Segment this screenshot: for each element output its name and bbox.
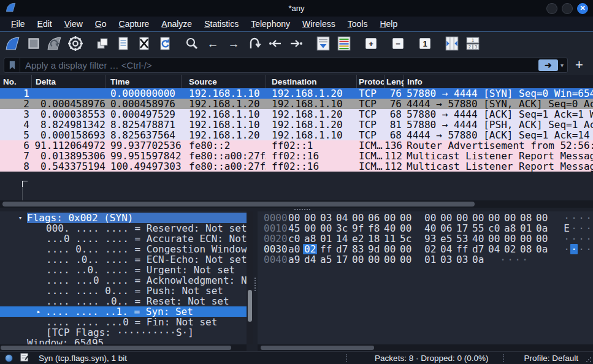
menu-view[interactable]: View bbox=[58, 17, 89, 31]
filter-bookmark-icon[interactable] bbox=[4, 58, 20, 72]
go-to-packet-icon[interactable] bbox=[245, 34, 264, 53]
packet-row[interactable]: 20.0004589760.000458976192.168.1.20192.1… bbox=[0, 99, 593, 109]
hex-byte[interactable]: 00 bbox=[304, 213, 320, 223]
scrollbar-thumb[interactable] bbox=[261, 346, 374, 350]
bytes-hscrollbar[interactable] bbox=[258, 344, 593, 351]
go-back-icon[interactable]: ← bbox=[204, 34, 222, 53]
detail-row[interactable]: 000. .... .... = Reserved: Not set bbox=[0, 223, 247, 233]
hex-byte[interactable]: 00 bbox=[520, 233, 536, 244]
column-header-proto[interactable]: Protocol bbox=[357, 75, 384, 88]
resize-grip-icon[interactable] bbox=[586, 357, 592, 363]
ascii-char[interactable]: E bbox=[563, 223, 570, 233]
hex-byte[interactable]: 08 bbox=[520, 213, 536, 223]
expert-info-icon[interactable] bbox=[5, 354, 13, 362]
chevron-right-icon[interactable]: ▸ bbox=[32, 306, 45, 317]
layout-icon[interactable]: 123 bbox=[464, 34, 482, 53]
hex-byte[interactable]: 00 bbox=[288, 213, 304, 223]
hex-byte[interactable]: c0 bbox=[488, 223, 504, 233]
detail-hscrollbar[interactable] bbox=[0, 344, 247, 351]
hex-byte[interactable]: 00 bbox=[384, 244, 400, 254]
zoom-original-icon[interactable]: 1 bbox=[416, 34, 434, 53]
ascii-char[interactable]: · bbox=[585, 233, 592, 244]
hex-byte[interactable]: 02 bbox=[424, 244, 440, 254]
filter-dropdown-caret[interactable]: ▾ bbox=[560, 62, 564, 69]
hex-byte[interactable]: 11 bbox=[384, 233, 400, 244]
hex-byte[interactable]: 00 bbox=[400, 244, 416, 254]
hex-byte[interactable]: 00 bbox=[368, 254, 384, 265]
hex-byte[interactable]: 45 bbox=[288, 223, 304, 233]
hex-row[interactable]: 0020c0a80114e218115c93e5534000000000···· bbox=[258, 233, 593, 244]
packet-row[interactable]: 30.0000385530.000497529192.168.1.10192.1… bbox=[0, 109, 593, 119]
go-last-packet-icon[interactable] bbox=[287, 34, 305, 53]
hex-byte[interactable]: 18 bbox=[368, 233, 384, 244]
packet-row[interactable]: 80.543375194100.494973036fe80::a00:27f…f… bbox=[0, 161, 593, 172]
menu-go[interactable]: Go bbox=[89, 17, 113, 31]
ascii-char[interactable]: · bbox=[570, 213, 578, 223]
column-header-source[interactable]: Source bbox=[182, 75, 266, 88]
hex-byte[interactable]: a5 bbox=[320, 254, 336, 265]
go-forward-icon[interactable]: → bbox=[224, 34, 243, 53]
column-header-len[interactable]: Length bbox=[384, 75, 404, 88]
detail-row[interactable]: ...0 .... .... = Accurate ECN: Not set bbox=[0, 233, 247, 244]
detail-row[interactable]: .... ..0. .... = Urgent: Not set bbox=[0, 265, 247, 275]
hex-byte[interactable]: 06 bbox=[368, 213, 384, 223]
hex-byte[interactable]: 00 bbox=[488, 233, 504, 244]
hex-byte[interactable]: c0 bbox=[288, 233, 304, 244]
ascii-char[interactable]: · bbox=[585, 244, 592, 254]
ascii-char[interactable]: · bbox=[563, 244, 570, 254]
menu-help[interactable]: Help bbox=[373, 17, 404, 31]
hex-row[interactable]: 0040a9d4a517000000000103030a···· bbox=[258, 254, 593, 265]
hex-byte[interactable]: a8 bbox=[504, 223, 520, 233]
hex-byte[interactable]: f8 bbox=[368, 223, 384, 233]
detail-row[interactable]: ▸.... .... ..1. = Syn: Set bbox=[0, 306, 247, 317]
detail-vscrollbar[interactable] bbox=[247, 211, 253, 344]
display-filter-input[interactable]: Apply a display filter … <Ctrl-/> ➜ ▾ bbox=[4, 58, 568, 73]
ascii-char[interactable]: · bbox=[514, 254, 521, 265]
hex-byte[interactable]: 00 bbox=[384, 254, 400, 265]
menu-wireless[interactable]: Wireless bbox=[296, 17, 342, 31]
hex-byte[interactable]: 0a bbox=[536, 223, 552, 233]
hex-byte[interactable]: 00 bbox=[472, 213, 488, 223]
hex-byte[interactable]: 02 bbox=[304, 244, 320, 254]
close-file-icon[interactable] bbox=[135, 34, 153, 53]
hex-byte[interactable]: 04 bbox=[488, 244, 504, 254]
hex-byte[interactable]: 00 bbox=[424, 213, 440, 223]
ascii-char[interactable]: · bbox=[507, 254, 514, 265]
resize-columns-icon[interactable] bbox=[443, 34, 461, 53]
hex-byte[interactable]: 53 bbox=[456, 233, 472, 244]
hex-byte[interactable]: 00 bbox=[304, 223, 320, 233]
auto-scroll-icon[interactable] bbox=[314, 34, 332, 53]
hex-byte[interactable]: d7 bbox=[336, 244, 352, 254]
packet-row[interactable]: 50.0001586938.825637564192.168.1.20192.1… bbox=[0, 130, 593, 140]
ascii-char[interactable]: · bbox=[570, 233, 578, 244]
detail-row[interactable]: .... 0... .... = Congestion Window Reduc… bbox=[0, 244, 247, 254]
column-header-no[interactable]: No. bbox=[0, 75, 32, 88]
menu-file[interactable]: File bbox=[5, 17, 31, 31]
hex-byte[interactable]: 0a bbox=[472, 254, 488, 265]
hex-byte[interactable]: 9d bbox=[368, 244, 384, 254]
hex-byte[interactable]: 40 bbox=[472, 233, 488, 244]
packet-row[interactable]: 70.01389530699.951597842fe80::a00:27f…ff… bbox=[0, 151, 593, 161]
hex-byte[interactable]: 14 bbox=[336, 233, 352, 244]
ascii-char[interactable]: · bbox=[563, 233, 570, 244]
ascii-char[interactable]: · bbox=[499, 254, 507, 265]
hex-byte[interactable]: a0 bbox=[288, 244, 304, 254]
hex-byte[interactable]: 00 bbox=[400, 254, 416, 265]
colorize-icon[interactable] bbox=[335, 34, 353, 53]
hex-byte[interactable]: 02 bbox=[504, 244, 520, 254]
open-file-icon[interactable] bbox=[93, 34, 112, 53]
hex-byte[interactable]: 9f bbox=[352, 223, 368, 233]
ascii-char[interactable]: · bbox=[570, 244, 578, 254]
hex-byte[interactable]: a9 bbox=[288, 254, 304, 265]
hex-row[interactable]: 000000000304000600000000000000000800···· bbox=[258, 213, 593, 223]
capture-options-icon[interactable] bbox=[66, 34, 85, 53]
scrollbar-thumb[interactable] bbox=[2, 202, 475, 207]
profile-indicator[interactable]: Profile: Default bbox=[504, 354, 593, 363]
detail-row[interactable]: .... .... 0... = Push: Not set bbox=[0, 286, 247, 296]
detail-row[interactable]: .... .... .0.. = Reset: Not set bbox=[0, 296, 247, 306]
menu-capture[interactable]: Capture bbox=[113, 17, 156, 31]
hex-byte[interactable]: 00 bbox=[352, 254, 368, 265]
detail-row[interactable]: ▾Flags: 0x002 (SYN) bbox=[0, 213, 247, 223]
hex-byte[interactable]: 00 bbox=[456, 213, 472, 223]
reload-file-icon[interactable] bbox=[156, 34, 174, 53]
